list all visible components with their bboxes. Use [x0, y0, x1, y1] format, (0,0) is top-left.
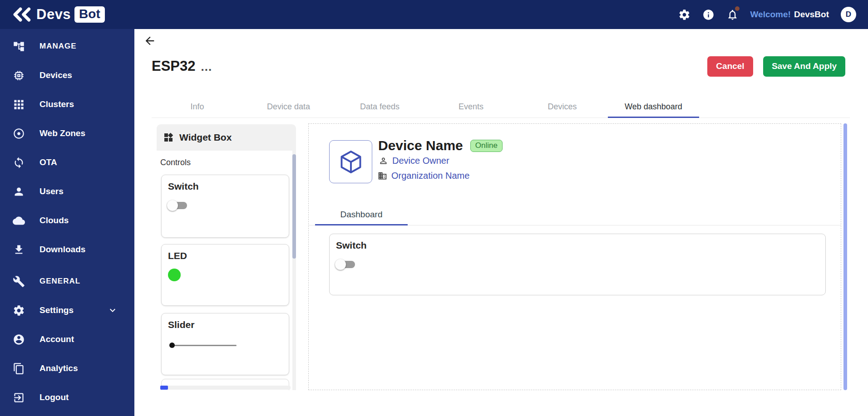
widget-card-slider[interactable]: Slider — [161, 313, 289, 375]
tab-info[interactable]: Info — [152, 97, 243, 118]
cube-icon — [338, 149, 364, 175]
topbar: Devs Bot Welcome! DevsBot D — [0, 0, 868, 29]
sidebar-section-general: GENERAL — [0, 267, 134, 296]
sidebar-item-label: Clusters — [39, 99, 74, 109]
status-badge: Online — [470, 140, 503, 152]
more-options-button[interactable]: ... — [201, 60, 212, 74]
welcome-username: DevsBot — [794, 10, 829, 20]
dashboard-switch-toggle[interactable] — [335, 259, 356, 270]
widget-card-switch[interactable]: Switch — [161, 175, 289, 238]
tab-devices[interactable]: Devices — [517, 97, 608, 118]
sidebar-item-settings[interactable]: Settings — [0, 296, 134, 325]
cancel-button[interactable]: Cancel — [707, 56, 753, 77]
main-content: ESP32 ... Cancel Save And Apply Info Dev… — [134, 29, 868, 416]
sidebar-item-devices[interactable]: Devices — [0, 61, 134, 90]
brand-chevrons-icon — [12, 7, 33, 22]
cloud-icon — [13, 215, 25, 227]
slider-thumb[interactable] — [169, 343, 175, 348]
organization-row: Organization Name — [378, 171, 469, 181]
sidebar-section-label: MANAGE — [39, 42, 77, 51]
save-and-apply-button[interactable]: Save And Apply — [763, 56, 845, 77]
preview-scrollbar-thumb[interactable] — [843, 123, 847, 390]
avatar[interactable]: D — [841, 7, 856, 22]
sidebar-item-label: Settings — [39, 305, 74, 315]
brand-logo[interactable]: Devs Bot — [12, 6, 105, 23]
switch-toggle[interactable] — [167, 200, 188, 211]
target-icon — [13, 127, 25, 140]
chip-icon — [13, 69, 25, 82]
toggle-knob — [335, 259, 346, 270]
sidebar-item-label: Account — [39, 334, 74, 344]
person-outline-icon — [379, 156, 388, 166]
sidebar-section-manage: MANAGE — [0, 32, 134, 61]
sidebar-item-web-zones[interactable]: Web Zones — [0, 119, 134, 148]
sidebar-item-analytics[interactable]: Analytics — [0, 354, 134, 383]
slider-control[interactable] — [171, 345, 237, 346]
chevron-down-icon — [107, 305, 118, 316]
device-owner-link[interactable]: Device Owner — [392, 156, 449, 166]
widget-box-title: Widget Box — [179, 132, 232, 143]
sidebar: MANAGE Devices Clusters Web Zones OTA Us… — [0, 29, 134, 416]
tab-web-dashboard[interactable]: Web dashboard — [608, 97, 699, 118]
notifications-bell-icon[interactable] — [726, 9, 739, 21]
tab-dashboard[interactable]: Dashboard — [315, 204, 408, 225]
web-dashboard-preview: Device Name Online Device Owner Organiza… — [308, 123, 841, 390]
dashboard-switch-card[interactable]: Switch — [329, 234, 826, 295]
widget-box-vertical-scrollbar[interactable] — [292, 151, 296, 390]
sidebar-item-clouds[interactable]: Clouds — [0, 206, 134, 235]
tab-device-data[interactable]: Device data — [243, 97, 334, 118]
widget-box-header: Widget Box — [157, 124, 296, 151]
widget-card-label: LED — [168, 250, 289, 261]
tab-data-feeds[interactable]: Data feeds — [334, 97, 425, 118]
sidebar-item-clusters[interactable]: Clusters — [0, 90, 134, 119]
brand-text-bot: Bot — [74, 6, 105, 23]
logout-icon — [13, 392, 25, 404]
sidebar-item-label: Web Zones — [39, 128, 85, 138]
topbar-actions: Welcome! DevsBot D — [678, 7, 856, 22]
sidebar-item-label: Users — [39, 186, 64, 196]
widgets-icon — [163, 132, 174, 143]
page-title: ESP32 — [152, 58, 196, 74]
sidebar-item-logout[interactable]: Logout — [0, 383, 134, 412]
widget-card-led[interactable]: LED — [161, 244, 289, 306]
widget-box-list: Controls Switch LED Slider — [157, 151, 296, 390]
download-icon — [13, 244, 25, 256]
building-icon — [378, 171, 387, 181]
device-owner-row: Device Owner — [379, 156, 449, 166]
wrench-icon — [13, 275, 25, 288]
sync-icon — [13, 157, 25, 169]
tree-icon — [13, 40, 25, 53]
page-header: ESP32 ... Cancel Save And Apply — [152, 55, 845, 77]
sidebar-item-account[interactable]: Account — [0, 325, 134, 354]
welcome-prefix: Welcome! — [750, 10, 791, 20]
toggle-knob — [167, 200, 178, 211]
info-icon[interactable] — [702, 9, 715, 21]
preview-vertical-scrollbar[interactable] — [843, 123, 847, 390]
widget-card-label: Slider — [168, 319, 289, 330]
gear-icon[interactable] — [678, 9, 690, 21]
documents-icon — [13, 362, 25, 375]
organization-link[interactable]: Organization Name — [391, 171, 469, 181]
sidebar-item-downloads[interactable]: Downloads — [0, 235, 134, 264]
vertical-scrollbar-thumb[interactable] — [292, 154, 296, 259]
horizontal-scrollbar-thumb[interactable] — [160, 386, 168, 390]
back-button[interactable] — [143, 34, 157, 48]
widget-section-label: Controls — [160, 158, 191, 167]
led-indicator — [168, 269, 181, 281]
widget-box-horizontal-scrollbar[interactable] — [160, 386, 291, 390]
sidebar-section-label: GENERAL — [39, 277, 80, 286]
sidebar-item-users[interactable]: Users — [0, 177, 134, 206]
sidebar-item-label: Devices — [39, 70, 72, 80]
sidebar-item-label: Logout — [39, 392, 69, 402]
grid-icon — [13, 98, 25, 111]
tab-events[interactable]: Events — [425, 97, 517, 118]
sidebar-item-ota[interactable]: OTA — [0, 148, 134, 177]
sidebar-item-label: OTA — [39, 157, 57, 167]
person-icon — [13, 186, 25, 198]
gear-icon — [13, 304, 25, 317]
sidebar-item-label: Downloads — [39, 245, 85, 254]
brand-text-devs: Devs — [36, 6, 71, 23]
notification-badge-dot — [735, 6, 740, 11]
device-image-box — [329, 140, 372, 183]
account-circle-icon — [13, 333, 25, 346]
